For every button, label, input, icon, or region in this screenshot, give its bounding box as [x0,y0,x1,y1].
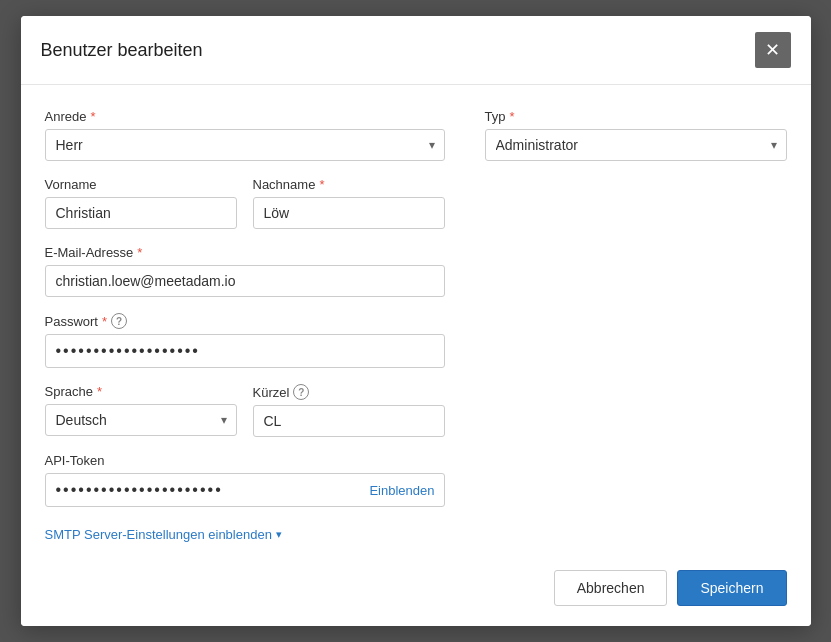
form-right: Typ * Administrator Benutzer Gast ▾ [485,109,787,542]
nachname-input[interactable] [253,197,445,229]
sprache-label: Sprache * [45,384,237,399]
sprache-required: * [97,384,102,399]
anrede-select[interactable]: Herr Frau Divers [45,129,445,161]
typ-select[interactable]: Administrator Benutzer Gast [485,129,787,161]
typ-label: Typ * [485,109,787,124]
nachname-label: Nachname * [253,177,445,192]
sprache-field-group: Sprache * Deutsch Englisch Französisch ▾ [45,384,237,437]
kuerzel-field-group: Kürzel ? [253,384,445,437]
vorname-label: Vorname [45,177,237,192]
passwort-label: Passwort * ? [45,313,445,329]
api-token-label: API-Token [45,453,445,468]
passwort-required: * [102,314,107,329]
passwort-field-group: Passwort * ? [45,313,445,368]
api-token-field-group: API-Token Einblenden [45,453,445,507]
cancel-button[interactable]: Abbrechen [554,570,668,606]
overlay: Benutzer bearbeiten ✕ Anrede * [0,0,831,642]
sprache-select[interactable]: Deutsch Englisch Französisch [45,404,237,436]
sprache-kuerzel-row: Sprache * Deutsch Englisch Französisch ▾ [45,384,445,453]
email-input[interactable] [45,265,445,297]
api-token-wrapper: Einblenden [45,473,445,507]
form-left: Anrede * Herr Frau Divers ▾ [45,109,445,542]
typ-select-wrapper: Administrator Benutzer Gast ▾ [485,129,787,161]
smtp-section: SMTP Server-Einstellungen einblenden ▾ [45,523,445,542]
smtp-chevron-icon: ▾ [276,528,282,541]
einblenden-button[interactable]: Einblenden [369,483,434,498]
kuerzel-info-icon: ? [293,384,309,400]
email-field-group: E-Mail-Adresse * [45,245,445,297]
vorname-field-group: Vorname [45,177,237,229]
modal-header: Benutzer bearbeiten ✕ [21,16,811,85]
modal-footer: Abbrechen Speichern [21,558,811,626]
anrede-label: Anrede * [45,109,445,124]
kuerzel-label: Kürzel ? [253,384,445,400]
email-required: * [137,245,142,260]
save-button[interactable]: Speichern [677,570,786,606]
name-row: Vorname Nachname * [45,177,445,245]
passwort-input[interactable] [45,334,445,368]
nachname-field-group: Nachname * [253,177,445,229]
kuerzel-input[interactable] [253,405,445,437]
close-button[interactable]: ✕ [755,32,791,68]
passwort-info-icon: ? [111,313,127,329]
smtp-toggle-link[interactable]: SMTP Server-Einstellungen einblenden ▾ [45,527,282,542]
sprache-select-wrapper: Deutsch Englisch Französisch ▾ [45,404,237,436]
anrede-select-wrapper: Herr Frau Divers ▾ [45,129,445,161]
modal-dialog: Benutzer bearbeiten ✕ Anrede * [21,16,811,626]
anrede-field-group: Anrede * Herr Frau Divers ▾ [45,109,445,161]
modal-body: Anrede * Herr Frau Divers ▾ [21,85,811,558]
typ-required: * [509,109,514,124]
nachname-required: * [319,177,324,192]
typ-field-group: Typ * Administrator Benutzer Gast ▾ [485,109,787,161]
form-layout: Anrede * Herr Frau Divers ▾ [45,109,787,542]
modal-title: Benutzer bearbeiten [41,40,203,61]
anrede-required: * [90,109,95,124]
email-label: E-Mail-Adresse * [45,245,445,260]
vorname-input[interactable] [45,197,237,229]
